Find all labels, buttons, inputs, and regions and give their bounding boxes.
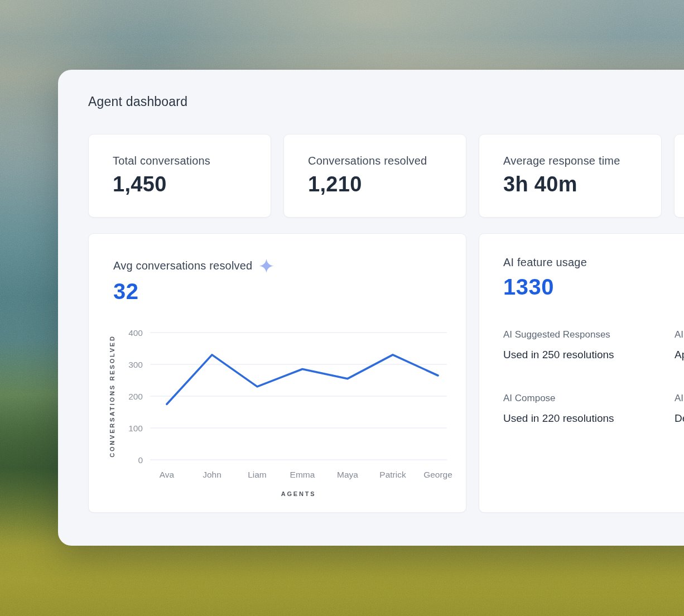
chart-card-title: Avg conversations resolved bbox=[113, 259, 252, 272]
category-label: Patrick bbox=[379, 470, 406, 479]
ai-feature-list: AI Suggested Responses Used in 250 resol… bbox=[503, 329, 684, 426]
feature-item-suggested-responses: AI Suggested Responses Used in 250 resol… bbox=[503, 329, 675, 362]
ai-card-title: AI feature usage bbox=[503, 256, 587, 269]
category-label: Liam bbox=[248, 470, 267, 479]
feature-usage: De bbox=[675, 411, 684, 426]
feature-usage: Used in 250 resolutions bbox=[503, 348, 675, 362]
x-axis-title: AGENTS bbox=[281, 490, 316, 497]
avg-conversations-card: Avg conversations resolved 32 0100200300… bbox=[88, 233, 466, 513]
stat-card-clipped bbox=[674, 134, 684, 218]
sparkle-icon-shape bbox=[259, 259, 273, 273]
feature-name: AI Compose bbox=[503, 392, 675, 405]
y-tick-label: 400 bbox=[128, 328, 143, 338]
category-label: Emma bbox=[290, 470, 315, 479]
stat-label: Average response time bbox=[503, 155, 648, 167]
stat-value: 3h 40m bbox=[503, 172, 648, 196]
y-tick-label: 300 bbox=[128, 360, 143, 369]
page-title: Agent dashboard bbox=[88, 93, 684, 110]
line-chart: 0100200300400AvaJohnLiamEmmaMayaPatrickG… bbox=[89, 323, 467, 516]
category-label: John bbox=[203, 470, 221, 479]
feature-item-ai-compose: AI Compose Used in 220 resolutions bbox=[503, 392, 675, 426]
feature-name: AI bbox=[675, 392, 684, 405]
category-label: Maya bbox=[337, 470, 358, 479]
dashboard-panel: Agent dashboard Total conversations 1,45… bbox=[58, 70, 684, 546]
sparkle-icon bbox=[259, 258, 274, 273]
feature-usage: Ap bbox=[675, 348, 684, 362]
feature-usage: Used in 220 resolutions bbox=[503, 411, 675, 426]
category-label: George bbox=[423, 470, 452, 479]
stats-row: Total conversations 1,450 Conversations … bbox=[88, 134, 684, 218]
y-tick-label: 0 bbox=[138, 455, 143, 465]
y-tick-label: 200 bbox=[128, 392, 143, 401]
category-label: Ava bbox=[160, 470, 175, 479]
feature-item-clipped-2: AI De bbox=[675, 392, 684, 426]
feature-name: AI bbox=[675, 329, 684, 341]
ai-card-value: 1330 bbox=[503, 275, 684, 300]
feature-item-clipped-1: AI Ap bbox=[675, 329, 684, 362]
chart-card-value: 32 bbox=[113, 279, 466, 304]
second-row: Avg conversations resolved 32 0100200300… bbox=[88, 233, 684, 513]
stat-value: 1,210 bbox=[308, 172, 452, 196]
chart-polyline bbox=[167, 355, 438, 404]
stat-card-total-conversations: Total conversations 1,450 bbox=[88, 134, 271, 218]
stat-card-average-response-time: Average response time 3h 40m bbox=[479, 134, 662, 218]
feature-name: AI Suggested Responses bbox=[503, 329, 675, 341]
stat-label: Total conversations bbox=[113, 155, 257, 167]
stat-card-conversations-resolved: Conversations resolved 1,210 bbox=[283, 134, 466, 218]
y-tick-label: 100 bbox=[128, 424, 143, 433]
y-axis-title: CONVERSATIONS RESOLVED bbox=[109, 335, 115, 458]
ai-feature-usage-card: AI feature usage 1330 AI Suggested Respo… bbox=[479, 233, 684, 513]
stat-label: Conversations resolved bbox=[308, 155, 452, 167]
stat-value: 1,450 bbox=[113, 172, 257, 196]
